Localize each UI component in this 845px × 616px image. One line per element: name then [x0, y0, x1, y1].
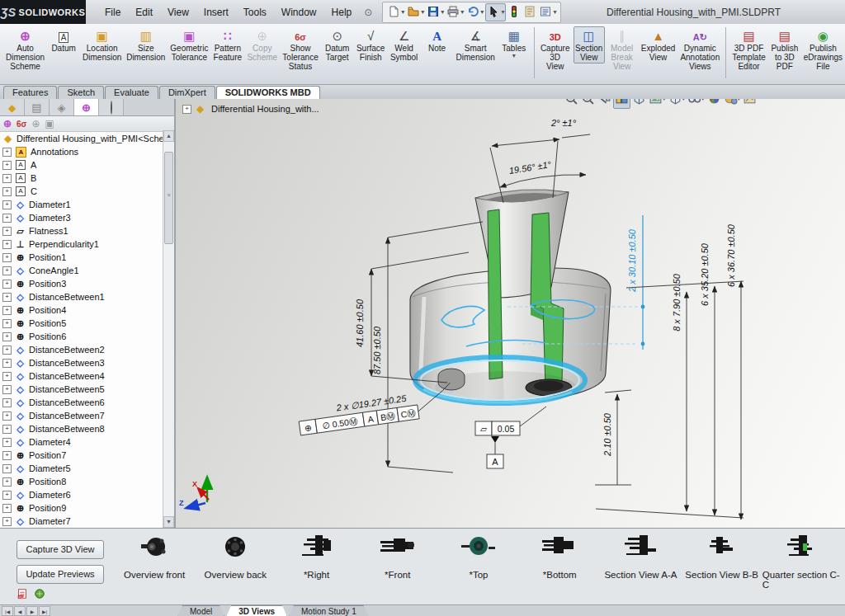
expand-icon[interactable]: +	[2, 214, 12, 223]
expand-icon[interactable]: +	[2, 187, 12, 196]
tree-item-a[interactable]: +AA	[2, 158, 163, 172]
scroll-up-icon[interactable]: ▲	[163, 130, 174, 142]
tree-item-position7[interactable]: +⊕Position7	[2, 449, 163, 462]
tree-item-coneangle1[interactable]: +◇ConeAngle1	[2, 264, 163, 277]
expand-icon[interactable]: +	[2, 372, 12, 381]
previous-view-button[interactable]	[597, 99, 612, 108]
expand-icon[interactable]: +	[2, 266, 12, 275]
expand-icon[interactable]: +	[2, 332, 12, 341]
dropdown-caret-icon[interactable]: ▾	[663, 99, 666, 102]
tree-scrollbar[interactable]: ▲ ≡ ▼	[163, 130, 174, 528]
expand-icon[interactable]: +	[2, 477, 12, 487]
tree-item-position3[interactable]: +⊕Position3	[2, 277, 163, 290]
view-thumbnail-bottom[interactable]: *Bottom	[519, 530, 600, 600]
section-view-button[interactable]: ◫Section View	[574, 26, 605, 63]
dropdown-caret-icon[interactable]: ▾	[512, 53, 516, 59]
tree-item-position8[interactable]: +⊕Position8	[2, 475, 163, 488]
view-thumbnail-overview-front[interactable]: Overview front	[114, 530, 195, 600]
tree-root-item[interactable]: ◆Differential Housing_with_PMI<Scheme5>	[2, 132, 163, 145]
tree-item-c[interactable]: +AC	[2, 185, 163, 198]
tree-item-diameter1[interactable]: +◇Diameter1	[2, 198, 163, 211]
tree-item-position4[interactable]: +⊕Position4	[2, 303, 163, 317]
tree-item-diameter4[interactable]: +◇Diameter4	[2, 435, 163, 449]
pdf-template-editor-button[interactable]: ▤3D PDF Template Editor	[730, 26, 767, 73]
view-thumbnail-front[interactable]: *Front	[357, 530, 438, 600]
tree-item-diameter3[interactable]: +◇Diameter3	[2, 211, 163, 224]
expand-icon[interactable]: +	[2, 200, 12, 209]
tree-item-distancebetween5[interactable]: +◇DistanceBetween5	[2, 383, 163, 396]
dynamic-annotation-views-button[interactable]: A↻Dynamic Annotation Views	[678, 26, 721, 73]
view-thumbnail-quarter-section-c-c[interactable]: Quarter section C-C	[762, 530, 843, 600]
update-previews-button[interactable]: Update Previews	[17, 565, 104, 584]
scrollbar-thumb[interactable]: ≡	[164, 152, 173, 244]
expand-icon[interactable]: +	[2, 280, 12, 289]
tree-item-perpendicularity1[interactable]: +⊥Perpendicularity1	[2, 237, 163, 251]
expand-icon[interactable]: +	[2, 240, 12, 249]
tab-features[interactable]: Features	[3, 86, 57, 99]
rebuild-traffic-light-button[interactable]	[507, 4, 522, 21]
publish-edrawings-icon[interactable]	[34, 588, 45, 601]
new-document-button[interactable]: ▾	[386, 4, 405, 21]
location-dimension-button[interactable]: ▣Location Dimension	[81, 26, 123, 63]
next-tab-button[interactable]: ▶	[26, 606, 38, 616]
sheet-tab-motion-study-1[interactable]: Motion Study 1	[289, 605, 369, 616]
tree-item-distancebetween4[interactable]: +◇DistanceBetween4	[2, 369, 163, 383]
expand-icon[interactable]: +	[2, 346, 12, 355]
tree-item-position1[interactable]: +⊕Position1	[2, 251, 163, 264]
select-cursor-button[interactable]: ▾	[485, 3, 506, 21]
thumbnail-image[interactable]	[784, 534, 822, 563]
graphics-viewport[interactable]: 2° ±1° 19.56° ±1° 41.60 ±0.50 87.50 ±0.5…	[176, 99, 845, 528]
thumbnail-image[interactable]	[541, 534, 578, 563]
datum-target-button[interactable]: ⊙Datum Target	[322, 26, 353, 63]
viewport-tree-node[interactable]: + ◆ Differential Housing_with...	[182, 103, 319, 115]
geometric-tolerance-button[interactable]: ▣Geometric Tolerance	[168, 26, 210, 63]
tree-item-position9[interactable]: +⊕Position9	[2, 501, 163, 515]
dropdown-caret-icon[interactable]: ▾	[421, 8, 424, 16]
apply-scene-button[interactable]: ▾	[648, 99, 667, 108]
note-button[interactable]: ANote	[422, 26, 453, 54]
display-manager-tab[interactable]	[99, 99, 124, 115]
flatness-fcf[interactable]: ▱ 0.05 A	[475, 407, 546, 468]
feature-manager-tab[interactable]: ◆	[0, 99, 25, 115]
tree-item-distancebetween2[interactable]: +◇DistanceBetween2	[2, 343, 163, 356]
expand-icon[interactable]: +	[2, 306, 12, 315]
dropdown-caret-icon[interactable]: ▾	[480, 8, 484, 16]
thumbnail-image[interactable]	[621, 534, 659, 563]
tree-item-diameter6[interactable]: +◇Diameter6	[2, 488, 163, 501]
tab-evaluate[interactable]: Evaluate	[105, 86, 158, 99]
view-orientation-button[interactable]: ▾	[668, 99, 687, 108]
expand-icon[interactable]: +	[2, 293, 12, 302]
capture-3d-view-button[interactable]: Capture 3D View	[17, 540, 104, 559]
pattern-feature-button[interactable]: ∷Pattern Feature	[211, 26, 243, 63]
expand-icon[interactable]: +	[2, 517, 12, 526]
publish-to-3d-pdf-button[interactable]: ▤Publish to 3D PDF	[769, 26, 800, 73]
open-document-button[interactable]: ▾	[406, 4, 425, 21]
thumbnail-image[interactable]	[460, 534, 498, 563]
publish-edrawings-file-button[interactable]: ◉Publish eDrawings File	[802, 26, 844, 73]
dropdown-caret-icon[interactable]: ▾	[553, 8, 556, 16]
thumbnail-image[interactable]	[379, 534, 417, 563]
dropdown-caret-icon[interactable]: ▾	[701, 99, 705, 102]
property-manager-tab[interactable]: ▤	[25, 99, 50, 115]
tab-solidworks-mbd[interactable]: SOLIDWORKS MBD	[216, 86, 320, 99]
expand-icon[interactable]: +	[2, 359, 12, 368]
view-thumbnail-overview-back[interactable]: Overview back	[195, 530, 276, 600]
tree-item-distancebetween1[interactable]: +◇DistanceBetween1	[2, 290, 163, 303]
thumbnail-image[interactable]	[703, 534, 741, 563]
expand-icon[interactable]: +	[182, 105, 191, 114]
section-view-button[interactable]	[613, 99, 630, 109]
dropdown-caret-icon[interactable]: ▾	[441, 8, 444, 16]
expand-icon[interactable]: +	[2, 227, 12, 236]
show-tolerance-status-toolbar-button[interactable]: 6σ	[17, 118, 26, 129]
expand-icon[interactable]: +	[2, 491, 12, 500]
dropdown-caret-icon[interactable]: ▾	[738, 99, 741, 102]
edit-scene-button[interactable]	[742, 99, 758, 108]
capture-3d-view-button[interactable]: 3DCapture 3D View	[539, 26, 572, 73]
expand-icon[interactable]: +	[2, 464, 12, 473]
view-thumbnail-top[interactable]: *Top	[438, 530, 519, 600]
exploded-view-button[interactable]: ▲Exploded View	[640, 26, 677, 63]
menu-view[interactable]: View	[160, 1, 196, 24]
auto-dimension-scheme-toolbar-button[interactable]: ⊕	[3, 118, 12, 129]
view-thumbnail-section-view-a-a[interactable]: Section View A-A	[600, 530, 681, 600]
dropdown-caret-icon[interactable]: ▾	[682, 99, 686, 102]
